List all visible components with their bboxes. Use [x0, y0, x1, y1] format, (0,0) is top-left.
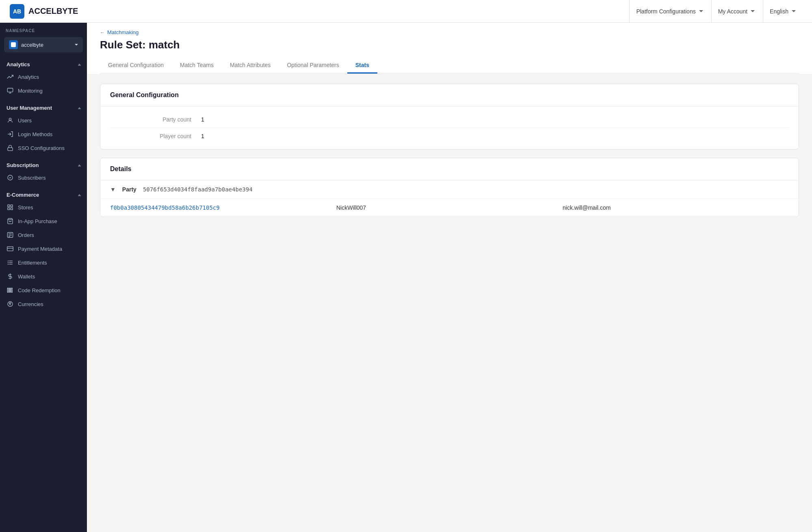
- logo-text: ACCELBYTE: [28, 7, 78, 16]
- sidebar-section-subscription: Subscription Subscribers: [0, 158, 87, 188]
- sidebar-item-users[interactable]: Users: [0, 113, 87, 127]
- namespace-name: accelbyte: [21, 42, 71, 48]
- circle-dollar-icon: [6, 300, 14, 308]
- circle-check-icon: [6, 174, 14, 181]
- svg-rect-26: [11, 288, 12, 293]
- config-row-party-count: Party count 1: [110, 111, 789, 128]
- sidebar-section-analytics-header[interactable]: Analytics: [0, 57, 87, 70]
- my-account-button[interactable]: My Account: [711, 0, 761, 23]
- my-account-label: My Account: [718, 8, 747, 15]
- sidebar-item-wallets[interactable]: Wallets: [0, 269, 87, 283]
- sidebar-item-currencies[interactable]: Currencies: [0, 297, 87, 311]
- svg-rect-10: [11, 208, 13, 210]
- sidebar-section-subscription-header[interactable]: Subscription: [0, 158, 87, 171]
- sidebar-item-code-redemption-label: Code Redemption: [18, 287, 61, 293]
- svg-rect-25: [11, 288, 11, 293]
- card-icon: [6, 245, 14, 252]
- platform-config-button[interactable]: Platform Configurations: [629, 0, 709, 23]
- tabs: General Configuration Match Teams Match …: [100, 58, 799, 74]
- sidebar-item-sso-configurations-label: SSO Configurations: [18, 145, 65, 151]
- general-config-card-header: General Configuration: [100, 84, 799, 106]
- member-email: nick.will@mail.com: [563, 204, 789, 211]
- page-title: Rule Set: match: [100, 39, 799, 51]
- sidebar-item-stores[interactable]: Stores: [0, 200, 87, 214]
- sidebar-section-ecommerce-header[interactable]: E-Commerce: [0, 188, 87, 200]
- trending-up-icon: [6, 73, 14, 80]
- sidebar-item-analytics[interactable]: Analytics: [0, 70, 87, 84]
- tab-stats-label: Stats: [355, 62, 369, 68]
- sidebar-item-users-label: Users: [18, 117, 32, 124]
- sidebar-item-monitoring[interactable]: Monitoring: [0, 84, 87, 98]
- sidebar-item-currencies-label: Currencies: [18, 301, 43, 307]
- barcode-icon: [6, 287, 14, 294]
- tab-general-configuration[interactable]: General Configuration: [100, 58, 172, 74]
- my-account-chevron-icon: [751, 10, 755, 12]
- sidebar-section-analytics-arrow-icon: [78, 63, 81, 65]
- sidebar-item-orders-label: Orders: [18, 232, 34, 238]
- svg-rect-1: [7, 88, 13, 92]
- player-count-label: Player count: [110, 133, 191, 139]
- sidebar-item-subscribers-label: Subscribers: [18, 175, 46, 181]
- namespace-icon: [9, 40, 18, 49]
- breadcrumb-text: Matchmaking: [107, 29, 139, 35]
- breadcrumb[interactable]: ← Matchmaking: [100, 29, 799, 35]
- tab-match-teams[interactable]: Match Teams: [172, 58, 222, 74]
- language-label: English: [770, 8, 788, 15]
- details-card: Details ▼ Party 5076f653d4034f8faad9a7b0…: [100, 158, 799, 217]
- sidebar-section-subscription-arrow-icon: [78, 164, 81, 166]
- sidebar-section-ecommerce-arrow-icon: [78, 194, 81, 196]
- login-icon: [6, 130, 14, 138]
- logo: AB ACCELBYTE: [10, 4, 78, 19]
- language-chevron-icon: [792, 10, 796, 12]
- main-body: General Configuration Party count 1 Play…: [87, 74, 812, 235]
- general-config-card: General Configuration Party count 1 Play…: [100, 84, 799, 150]
- sidebar-item-payment-metadata[interactable]: Payment Metadata: [0, 242, 87, 256]
- list-check-icon: [6, 259, 14, 266]
- tab-optional-parameters[interactable]: Optional Parameters: [279, 58, 347, 74]
- sidebar-item-code-redemption[interactable]: Code Redemption: [0, 283, 87, 297]
- main-content: ← Matchmaking Rule Set: match General Co…: [87, 23, 812, 532]
- svg-rect-6: [8, 148, 13, 150]
- svg-rect-17: [7, 247, 13, 251]
- user-icon: [6, 117, 14, 124]
- sidebar-section-analytics-title: Analytics: [6, 61, 30, 67]
- sidebar-item-sso-configurations[interactable]: SSO Configurations: [0, 141, 87, 155]
- grid-icon: [6, 204, 14, 211]
- namespace-icon-svg: [11, 42, 16, 47]
- sidebar-item-analytics-label: Analytics: [18, 74, 39, 80]
- tab-match-attributes[interactable]: Match Attributes: [222, 58, 279, 74]
- shopping-bag-icon: [6, 217, 14, 225]
- dollar-icon: [6, 273, 14, 280]
- sidebar-section-ecommerce-title: E-Commerce: [6, 192, 39, 198]
- language-button[interactable]: English: [763, 0, 802, 23]
- tab-match-attributes-label: Match Attributes: [230, 62, 271, 68]
- party-expand-icon[interactable]: ▼: [110, 186, 116, 193]
- sidebar-item-subscribers[interactable]: Subscribers: [0, 171, 87, 185]
- orders-icon: [6, 231, 14, 239]
- sidebar-item-login-methods[interactable]: Login Methods: [0, 127, 87, 141]
- svg-point-4: [9, 118, 11, 120]
- member-id-link[interactable]: f0b0a30805434479bd58a6b26b7105c9: [110, 204, 336, 211]
- tab-stats[interactable]: Stats: [347, 58, 377, 74]
- sidebar-section-user-management-arrow-icon: [78, 107, 81, 109]
- svg-rect-0: [11, 42, 16, 47]
- sidebar-section-user-management-header[interactable]: User Management: [0, 101, 87, 113]
- sidebar-section-user-management: User Management Users Login Methods SS: [0, 101, 87, 158]
- player-count-value: 1: [201, 133, 204, 139]
- svg-rect-11: [8, 208, 10, 210]
- sidebar-item-orders[interactable]: Orders: [0, 228, 87, 242]
- config-row-player-count: Player count 1: [110, 128, 789, 144]
- logo-icon: AB: [10, 4, 24, 19]
- sidebar-section-analytics: Analytics Analytics Monitoring: [0, 57, 87, 101]
- sidebar-item-entitlements[interactable]: Entitlements: [0, 256, 87, 269]
- party-label: Party: [122, 186, 136, 193]
- sidebar-item-stores-label: Stores: [18, 204, 33, 211]
- sidebar-section-subscription-title: Subscription: [6, 162, 39, 168]
- sidebar-section-user-management-title: User Management: [6, 105, 52, 111]
- tab-match-teams-label: Match Teams: [180, 62, 214, 68]
- party-count-value: 1: [201, 116, 204, 123]
- sidebar-item-in-app-purchase[interactable]: In-App Purchase: [0, 214, 87, 228]
- topnav-actions: Platform Configurations My Account Engli…: [629, 0, 802, 23]
- namespace-selector[interactable]: accelbyte: [4, 37, 83, 52]
- namespace-label: NAMESPACE: [0, 23, 87, 37]
